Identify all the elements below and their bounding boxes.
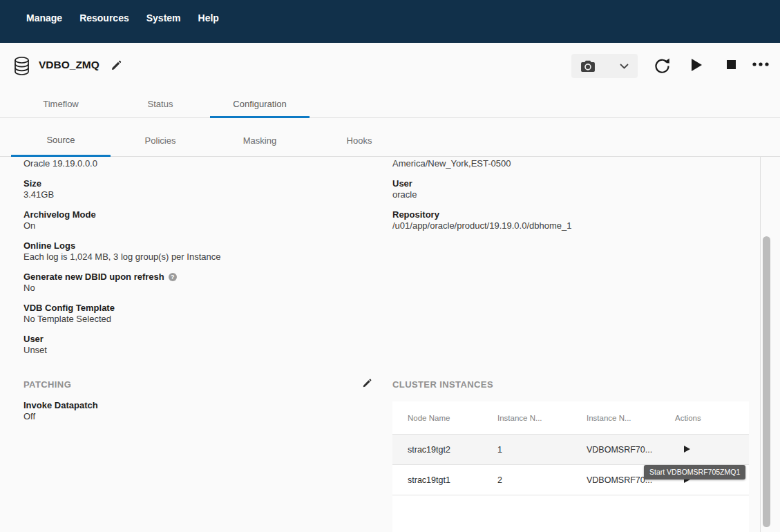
cell-instance-name: VDBOMSRF70... — [587, 445, 675, 455]
subtab-hooks[interactable]: Hooks — [310, 118, 409, 157]
field-label: Size — [23, 178, 362, 189]
cell-node-name: strac19tgt2 — [392, 445, 497, 455]
configuration-subtabs: Source Policies Masking Hooks — [0, 118, 780, 157]
cluster-instances-section-title: CLUSTER INSTANCES — [392, 379, 493, 390]
field-timezone: America/New_York,EST-0500 — [392, 158, 745, 169]
field-repository: Repository /u01/app/oracle/product/19.19… — [392, 209, 745, 231]
nav-item-manage[interactable]: Manage — [26, 12, 62, 43]
cell-node-name: strac19tgt1 — [392, 475, 497, 485]
column-header-instance-number: Instance N... — [497, 414, 587, 422]
cell-instance-number: 2 — [497, 475, 587, 485]
scrollbar-thumb[interactable] — [763, 236, 770, 527]
field-label: Generate new DBID upon refresh — [23, 272, 164, 283]
subtab-masking[interactable]: Masking — [210, 118, 310, 157]
stop-icon[interactable] — [727, 60, 736, 69]
field-label: Archivelog Mode — [23, 209, 362, 220]
nav-item-system[interactable]: System — [146, 12, 181, 43]
field-label: Repository — [392, 209, 745, 220]
field-online-logs: Online Logs Each log is 1,024 MB, 3 log … — [23, 240, 362, 263]
column-header-actions: Actions — [675, 414, 749, 422]
tab-configuration[interactable]: Configuration — [210, 91, 310, 118]
field-value: oracle — [392, 189, 745, 200]
page-header: VDBO_ZMQ — [0, 43, 780, 91]
nav-item-help[interactable]: Help — [198, 12, 219, 43]
field-value: Oracle 19.19.0.0.0 — [23, 158, 362, 169]
field-label: Online Logs — [23, 240, 362, 251]
toolbar — [0, 43, 780, 91]
field-value: Off — [23, 411, 369, 422]
field-size: Size 3.41GB — [23, 178, 362, 200]
field-value: 3.41GB — [23, 189, 362, 200]
content-pane: Oracle 19.19.0.0.0 Size 3.41GB Archivelo… — [0, 157, 780, 532]
field-invoke-datapatch: Invoke Datapatch Off — [23, 400, 369, 422]
table-header-row: Node Name Instance N... Instance N... Ac… — [392, 401, 749, 435]
chevron-down-icon[interactable] — [620, 64, 629, 69]
field-label: User — [23, 334, 362, 345]
field-vdb-config-template: VDB Config Template No Template Selected — [23, 303, 362, 325]
table-row: strac19tgt2 1 VDBOMSRF70... — [392, 435, 749, 465]
start-icon[interactable] — [691, 59, 702, 71]
column-header-node-name: Node Name — [392, 414, 497, 422]
field-generate-new-dbid: Generate new DBID upon refresh ? No — [23, 272, 362, 294]
patching-section-title: PATCHING — [23, 379, 369, 390]
main-tabs: Timeflow Status Configuration — [0, 91, 780, 118]
subtab-policies[interactable]: Policies — [111, 118, 210, 157]
source-details-left-column: Oracle 19.19.0.0.0 Size 3.41GB Archivelo… — [23, 158, 362, 365]
more-actions-icon[interactable] — [752, 62, 769, 66]
tab-timeflow[interactable]: Timeflow — [11, 91, 111, 118]
column-header-instance-name: Instance N... — [587, 414, 675, 422]
source-details-right-column: America/New_York,EST-0500 User oracle Re… — [392, 158, 745, 240]
refresh-icon[interactable] — [654, 57, 671, 75]
patching-section: PATCHING Invoke Datapatch Off — [23, 379, 369, 431]
field-value: No Template Selected — [23, 314, 362, 325]
field-value: /u01/app/oracle/product/19.19.0.0/dbhome… — [392, 220, 745, 231]
field-archivelog-mode: Archivelog Mode On — [23, 209, 362, 231]
field-value: Each log is 1,024 MB, 3 log group(s) per… — [23, 251, 362, 263]
tab-status[interactable]: Status — [111, 91, 210, 118]
field-user-right: User oracle — [392, 178, 745, 200]
nav-item-resources[interactable]: Resources — [79, 12, 129, 43]
start-instance-tooltip: Start VDBOMSRF705ZMQ1 — [644, 465, 745, 479]
scrollbar-track-border — [760, 157, 761, 532]
field-label: Invoke Datapatch — [23, 400, 369, 411]
field-user-left: User Unset — [23, 334, 362, 356]
start-instance-icon[interactable] — [684, 446, 690, 453]
top-navbar: Manage Resources System Help — [0, 0, 780, 43]
snapshot-button-group[interactable] — [571, 54, 638, 78]
field-value: America/New_York,EST-0500 — [392, 158, 745, 169]
field-value: No — [23, 283, 362, 294]
field-db-version: Oracle 19.19.0.0.0 — [23, 158, 362, 169]
field-value: Unset — [23, 345, 362, 356]
camera-icon[interactable] — [580, 59, 596, 73]
field-label: User — [392, 178, 745, 189]
help-icon[interactable]: ? — [169, 273, 177, 281]
field-value: On — [23, 220, 362, 231]
cell-instance-number: 1 — [497, 445, 587, 455]
subtab-source[interactable]: Source — [11, 118, 111, 157]
edit-patching-icon[interactable] — [362, 378, 372, 388]
field-label: VDB Config Template — [23, 303, 362, 314]
cell-actions — [675, 445, 749, 455]
